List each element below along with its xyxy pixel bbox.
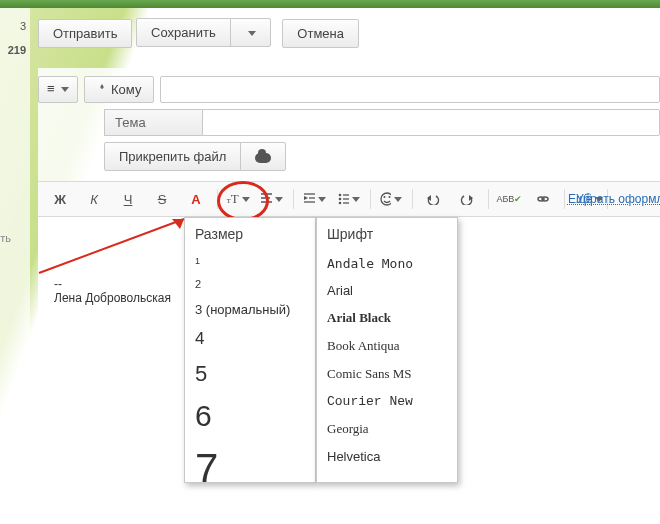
size-option[interactable]: 5 [185, 355, 315, 393]
attach-cloud-button[interactable] [240, 142, 286, 171]
align-icon [261, 193, 272, 205]
options-button[interactable]: ≡ [38, 76, 78, 103]
editor-toolbar: Ж К Ч S A тT [38, 181, 660, 217]
save-button[interactable]: Сохранить [136, 18, 231, 47]
undo-button[interactable] [417, 186, 449, 212]
size-dropdown-list[interactable]: 1 2 3 (нормальный) 4 5 6 7 [185, 250, 315, 482]
cloud-icon [255, 153, 271, 163]
size-option[interactable]: 3 (нормальный) [185, 296, 315, 323]
font-option[interactable]: Arial [317, 277, 457, 304]
size-option[interactable]: 1 [185, 250, 315, 272]
list-icon [338, 193, 349, 205]
svg-point-7 [338, 194, 341, 197]
font-dropdown-header: Шрифт [317, 218, 457, 250]
font-option[interactable]: Georgia [317, 415, 457, 443]
to-button[interactable]: Кому [84, 76, 154, 103]
person-icon [97, 84, 107, 94]
font-option[interactable]: Book Antiqua [317, 332, 457, 360]
svg-point-9 [338, 202, 341, 205]
caret-down-icon [352, 197, 360, 202]
size-dropdown: Размер 1 2 3 (нормальный) 4 5 6 7 [184, 217, 316, 483]
link-button[interactable] [527, 186, 559, 212]
underline-button[interactable]: Ч [112, 186, 144, 212]
font-option[interactable]: Courier New [317, 388, 457, 415]
indent-button[interactable] [299, 186, 331, 212]
to-input[interactable] [160, 76, 660, 103]
font-option[interactable]: Arial Black [317, 304, 457, 332]
left-number: 3 [0, 20, 26, 32]
font-color-button[interactable]: A [180, 186, 212, 212]
subject-label: Тема [104, 109, 202, 136]
undo-icon [426, 193, 440, 205]
cancel-button[interactable]: Отмена [282, 19, 359, 48]
attach-file-button[interactable]: Прикрепить файл [104, 142, 241, 171]
caret-down-icon [318, 197, 326, 202]
caret-down-icon [61, 87, 69, 92]
spellcheck-button[interactable]: АБВ✔ [493, 186, 525, 212]
save-dropdown-button[interactable] [230, 18, 271, 47]
font-dropdown-list[interactable]: Andale Mono Arial Arial Black Book Antiq… [317, 250, 457, 482]
svg-point-19 [542, 197, 548, 201]
size-option[interactable]: 6 [185, 393, 315, 439]
left-number: 219 [0, 44, 26, 56]
svg-point-14 [383, 196, 385, 198]
svg-point-15 [388, 196, 390, 198]
font-option[interactable]: Helvetica [317, 443, 457, 470]
caret-down-icon [394, 197, 402, 202]
caret-down-icon [248, 31, 256, 36]
font-option[interactable]: Andale Mono [317, 250, 457, 277]
indent-icon [304, 193, 315, 205]
list-button[interactable] [333, 186, 365, 212]
font-dropdown: Шрифт Andale Mono Arial Arial Black Book… [316, 217, 458, 483]
cut-text[interactable]: ить [0, 232, 11, 244]
italic-button[interactable]: К [78, 186, 110, 212]
emoji-button[interactable] [375, 186, 407, 212]
redo-button[interactable] [451, 186, 483, 212]
send-button[interactable]: Отправить [38, 19, 132, 48]
svg-point-13 [381, 193, 391, 205]
clear-format-button[interactable]: Убрать оформление [612, 186, 654, 212]
subject-input[interactable] [202, 109, 660, 136]
action-bar: Отправить Сохранить Отмена [38, 18, 660, 48]
size-option[interactable]: 4 [185, 323, 315, 355]
svg-marker-6 [304, 196, 308, 200]
smiley-icon [380, 192, 391, 206]
size-option[interactable]: 7 [185, 439, 315, 482]
svg-point-8 [338, 198, 341, 201]
caret-down-icon [242, 197, 250, 202]
strike-button[interactable]: S [146, 186, 178, 212]
link-icon [536, 193, 550, 205]
font-size-button[interactable]: тT [222, 186, 254, 212]
align-button[interactable] [256, 186, 288, 212]
to-label: Кому [111, 82, 141, 97]
font-option[interactable]: Comic Sans MS [317, 360, 457, 388]
size-option[interactable]: 2 [185, 272, 315, 296]
left-sidebar: 3 219 ить [0, 8, 30, 524]
bold-button[interactable]: Ж [44, 186, 76, 212]
caret-down-icon [275, 197, 283, 202]
redo-icon [460, 193, 474, 205]
size-dropdown-header: Размер [185, 218, 315, 250]
